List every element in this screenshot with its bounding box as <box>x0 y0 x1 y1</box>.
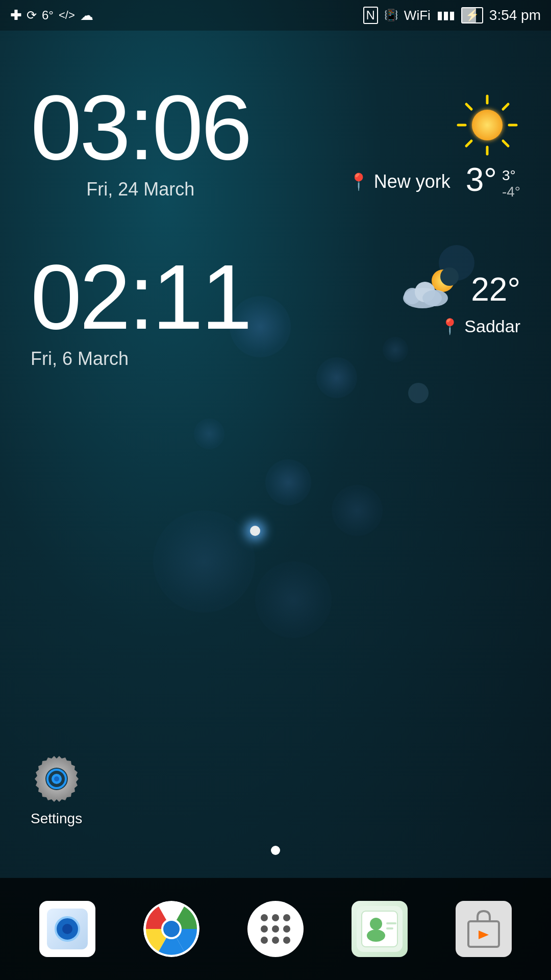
svg-point-18 <box>54 776 59 781</box>
clock-left-2: 02:11 Fri, 6 March <box>31 251 250 370</box>
app-drawer-icon[interactable] <box>247 901 304 957</box>
temp-hilo-1: 3° -4° <box>502 163 520 200</box>
temp-low-1: -4° <box>502 184 520 200</box>
temp-current-1: 3° <box>466 163 497 196</box>
clock-widget-1[interactable]: 03:06 Fri, 24 March <box>31 82 520 200</box>
svg-line-4 <box>466 104 471 109</box>
clock-widget-2[interactable]: 02:11 Fri, 6 March <box>31 251 520 370</box>
camera-app-icon[interactable] <box>39 901 95 957</box>
nfc-icon: N <box>363 7 378 24</box>
playstore-app-icon[interactable] <box>456 901 512 957</box>
svg-point-24 <box>370 918 382 930</box>
clock-left-1: 03:06 Fri, 24 March <box>31 82 250 200</box>
weather-temps-1: 3° 3° -4° <box>466 163 520 200</box>
settings-label: Settings <box>31 811 82 827</box>
svg-point-8 <box>472 110 503 140</box>
plus-icon: ✚ <box>10 8 21 23</box>
page-dot-active <box>271 846 280 855</box>
clock-time-1: 03:06 <box>31 82 250 174</box>
sun-weather-icon <box>454 92 520 158</box>
page-indicator <box>271 846 280 855</box>
status-bar: ✚ ⟳ 6° </> ☁ N 📳 WiFi ▮▮▮ ⚡ 3:54 pm <box>0 0 551 31</box>
svg-rect-27 <box>386 927 393 929</box>
settings-app-area[interactable]: Settings <box>31 753 82 827</box>
clock-time-2: 02:11 <box>31 251 250 343</box>
weather-right-1: 📍 New york 3° 3° -4° <box>348 82 520 200</box>
signal-icon: ▮▮▮ <box>437 9 455 22</box>
svg-point-25 <box>367 929 385 942</box>
settings-app-icon[interactable]: Settings <box>31 753 82 827</box>
location-name-2: Saddar <box>464 316 520 336</box>
weather-row-1: 📍 New york 3° 3° -4° <box>348 163 520 200</box>
temp-high-1: 3° <box>502 167 520 184</box>
temp-current-2: 22° <box>471 273 520 306</box>
temp-label: 6° <box>42 8 54 22</box>
code-icon: </> <box>59 9 75 22</box>
gear-icon <box>31 753 82 804</box>
svg-rect-26 <box>386 922 396 924</box>
cloud-icon: ☁ <box>80 8 93 23</box>
status-icons-right: N 📳 WiFi ▮▮▮ ⚡ 3:54 pm <box>363 7 541 24</box>
contacts-app-icon[interactable] <box>352 901 408 957</box>
wifi-icon: WiFi <box>404 8 431 23</box>
app-dock <box>0 878 551 980</box>
sync-icon: ⟳ <box>27 8 37 22</box>
clock-date-1: Fri, 24 March <box>31 179 250 200</box>
svg-line-7 <box>466 141 471 146</box>
location-pin-1: 📍 <box>348 172 369 191</box>
main-content: 03:06 Fri, 24 March <box>0 31 551 827</box>
location-name-1: New york <box>374 171 450 192</box>
svg-point-14 <box>422 290 448 306</box>
status-icons-left: ✚ ⟳ 6° </> ☁ <box>10 8 93 23</box>
svg-point-21 <box>163 921 180 937</box>
weather-location-2: 📍 Saddar <box>440 316 520 336</box>
vibrate-icon: 📳 <box>384 9 398 22</box>
location-pin-2: 📍 <box>440 317 459 335</box>
weather-right-2: 22° 📍 Saddar <box>394 251 520 336</box>
status-time: 3:54 pm <box>489 7 541 23</box>
clock-date-2: Fri, 6 March <box>31 348 250 370</box>
weather-icon-2: 22° <box>394 266 520 312</box>
svg-point-10 <box>440 267 459 286</box>
battery-icon: ⚡ <box>461 7 483 23</box>
svg-line-5 <box>503 141 508 146</box>
svg-line-6 <box>503 104 508 109</box>
app-drawer-dots <box>256 909 295 949</box>
chrome-app-icon[interactable] <box>143 901 199 957</box>
